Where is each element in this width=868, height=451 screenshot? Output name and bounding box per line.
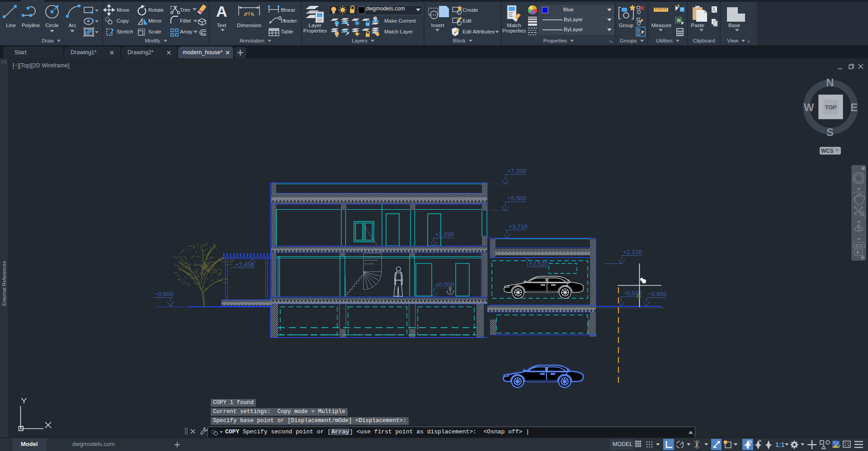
svg-text:1:1: 1:1 <box>775 441 784 448</box>
